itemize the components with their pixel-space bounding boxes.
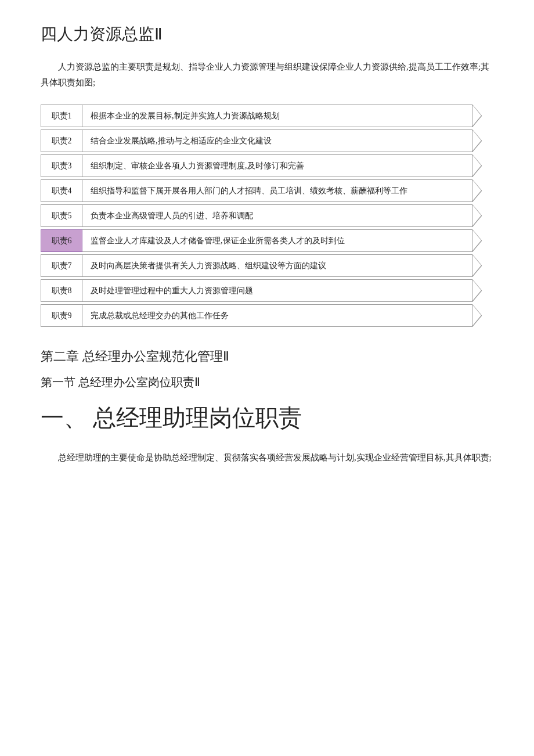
resp-row: 职责5负责本企业高级管理人员的引进、培养和调配: [41, 204, 493, 227]
resp-content-text: 监督企业人才库建设及人才储备管理,保证企业所需各类人才的及时到位: [82, 229, 472, 252]
responsibilities-diagram: 职责1根据本企业的发展目标,制定并实施人力资源战略规划职责2结合企业发展战略,推…: [41, 105, 493, 327]
resp-arrow-cap: [472, 254, 482, 277]
resp-row: 职责7及时向高层决策者提供有关人力资源战略、组织建设等方面的建议: [41, 254, 493, 277]
resp-arrow-cap: [472, 229, 482, 252]
resp-row: 职责4组织指导和监督下属开展各用人部门的人才招聘、员工培训、绩效考核、薪酬福利等…: [41, 179, 493, 202]
resp-content-text: 负责本企业高级管理人员的引进、培养和调配: [82, 204, 472, 227]
resp-row: 职责8及时处理管理过程中的重大人力资源管理问题: [41, 279, 493, 302]
resp-content-text: 结合企业发展战略,推动与之相适应的企业文化建设: [82, 129, 472, 152]
resp-label: 职责6: [41, 229, 82, 252]
resp-arrow-cap: [472, 105, 482, 127]
resp-content-text: 根据本企业的发展目标,制定并实施人力资源战略规划: [82, 105, 472, 127]
resp-content-text: 组织制定、审核企业各项人力资源管理制度,及时修订和完善: [82, 154, 472, 177]
resp-label: 职责9: [41, 304, 82, 327]
resp-label: 职责2: [41, 129, 82, 152]
resp-row: 职责6监督企业人才库建设及人才储备管理,保证企业所需各类人才的及时到位: [41, 229, 493, 252]
resp-label: 职责5: [41, 204, 82, 227]
resp-arrow-cap: [472, 279, 482, 302]
resp-label: 职责8: [41, 279, 82, 302]
big-title: 一、 总经理助理岗位职责: [41, 402, 493, 434]
resp-content-text: 完成总裁或总经理交办的其他工作任务: [82, 304, 472, 327]
resp-row: 职责2结合企业发展战略,推动与之相适应的企业文化建设: [41, 129, 493, 152]
intro-paragraph: 人力资源总监的主要职责是规划、指导企业人力资源管理与组织建设保障企业人力资源供给…: [41, 59, 493, 91]
resp-arrow-cap: [472, 179, 482, 202]
page-container: 四人力资源总监Ⅱ 人力资源总监的主要职责是规划、指导企业人力资源管理与组织建设保…: [41, 23, 493, 466]
resp-row: 职责1根据本企业的发展目标,制定并实施人力资源战略规划: [41, 105, 493, 127]
resp-row: 职责3组织制定、审核企业各项人力资源管理制度,及时修订和完善: [41, 154, 493, 177]
resp-arrow-cap: [472, 304, 482, 327]
resp-arrow-cap: [472, 204, 482, 227]
resp-label: 职责4: [41, 179, 82, 202]
resp-content-text: 及时处理管理过程中的重大人力资源管理问题: [82, 279, 472, 302]
resp-label: 职责7: [41, 254, 82, 277]
resp-content-text: 及时向高层决策者提供有关人力资源战略、组织建设等方面的建议: [82, 254, 472, 277]
section-heading: 四人力资源总监Ⅱ: [41, 23, 493, 45]
resp-row: 职责9完成总裁或总经理交办的其他工作任务: [41, 304, 493, 327]
section-subtitle: 第一节 总经理办公室岗位职责Ⅱ: [41, 375, 493, 390]
body-paragraph: 总经理助理的主要使命是协助总经理制定、贯彻落实各项经营发展战略与计划,实现企业经…: [41, 450, 493, 466]
resp-arrow-cap: [472, 154, 482, 177]
resp-arrow-cap: [472, 129, 482, 152]
resp-content-text: 组织指导和监督下属开展各用人部门的人才招聘、员工培训、绩效考核、薪酬福利等工作: [82, 179, 472, 202]
resp-label: 职责1: [41, 105, 82, 127]
resp-label: 职责3: [41, 154, 82, 177]
chapter-title: 第二章 总经理办公室规范化管理Ⅱ: [41, 348, 493, 365]
